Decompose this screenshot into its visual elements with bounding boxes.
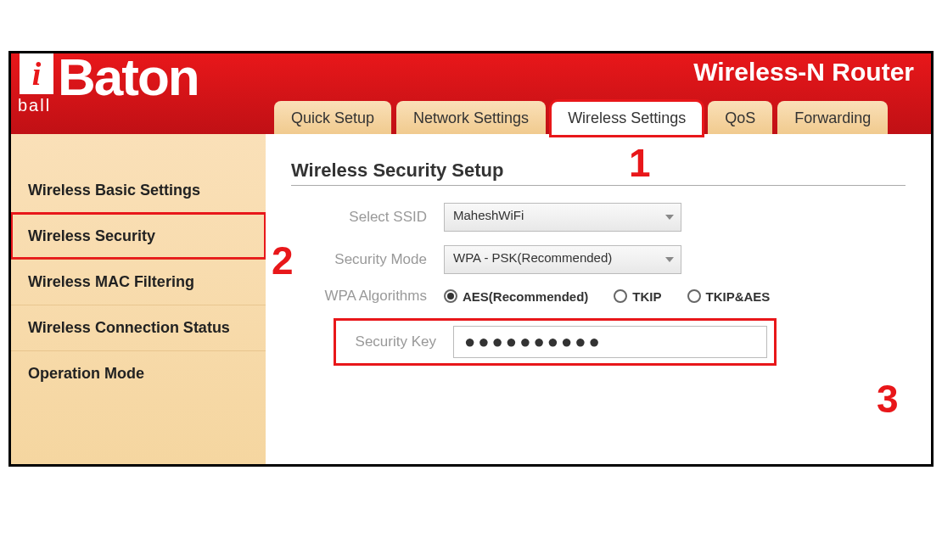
annotation-2: 2 [272, 238, 294, 283]
radio-circle-icon [687, 289, 701, 303]
annotation-3: 3 [877, 376, 899, 422]
logo-baton: Baton [58, 51, 199, 107]
dropdown-arrow-icon [665, 257, 674, 262]
logo: i ball Baton [11, 53, 53, 94]
logo-i: i [20, 53, 53, 94]
security-key-highlight: Security Key [334, 318, 777, 366]
annotation-1: 1 [629, 140, 651, 186]
sidebar-item-security[interactable]: Wireless Security [11, 213, 266, 259]
tab-qos[interactable]: QoS [708, 101, 772, 136]
dropdown-arrow-icon [665, 215, 674, 220]
tab-quick-setup[interactable]: Quick Setup [274, 101, 391, 136]
ssid-row: Select SSID MaheshWiFi [291, 203, 906, 232]
body-area: Wireless Basic Settings Wireless Securit… [11, 134, 931, 464]
radio-circle-icon [444, 289, 457, 303]
section-title: Wireless Security Setup [291, 160, 906, 186]
tab-wireless-settings[interactable]: Wireless Settings [551, 101, 703, 136]
radio-tkip-aes[interactable]: TKIP&AES [687, 289, 771, 304]
radio-tkip[interactable]: TKIP [614, 289, 661, 304]
security-mode-label: Security Mode [291, 251, 444, 268]
wpa-algo-row: WPA Algorithms AES(Recommended) TKIP TKI… [291, 288, 906, 305]
security-key-label: Security Key [343, 333, 453, 350]
sidebar-item-basic-settings[interactable]: Wireless Basic Settings [11, 168, 266, 213]
radio-tkip-aes-label: TKIP&AES [706, 289, 771, 304]
header: i ball Baton Wireless-N Router Quick Set… [11, 53, 931, 134]
router-admin-window: i ball Baton Wireless-N Router Quick Set… [8, 51, 934, 467]
radio-circle-icon [614, 289, 627, 303]
sidebar-item-connection-status[interactable]: Wireless Connection Status [11, 305, 266, 350]
wpa-algo-label: WPA Algorithms [291, 288, 444, 305]
main-panel: Wireless Security Setup Select SSID Mahe… [266, 134, 931, 464]
wpa-algo-radio-group: AES(Recommended) TKIP TKIP&AES [444, 289, 770, 304]
tab-network-settings[interactable]: Network Settings [396, 101, 546, 136]
security-mode-value: WPA - PSK(Recommended) [453, 250, 612, 265]
radio-aes-label: AES(Recommended) [463, 289, 588, 304]
sidebar: Wireless Basic Settings Wireless Securit… [11, 134, 266, 464]
security-mode-row: Security Mode WPA - PSK(Recommended) [291, 245, 906, 274]
security-key-row: Security Key [291, 318, 906, 366]
tab-forwarding[interactable]: Forwarding [777, 101, 888, 136]
radio-dot-icon [447, 293, 454, 300]
logo-ball: ball [18, 96, 51, 115]
security-key-input[interactable] [453, 326, 767, 358]
sidebar-item-operation-mode[interactable]: Operation Mode [11, 350, 266, 396]
security-mode-select[interactable]: WPA - PSK(Recommended) [444, 245, 681, 274]
radio-tkip-label: TKIP [632, 289, 661, 304]
ssid-label: Select SSID [291, 209, 444, 226]
ssid-value: MaheshWiFi [453, 208, 524, 222]
nav-tabs: Quick Setup Network Settings Wireless Se… [274, 101, 888, 136]
sidebar-item-mac-filtering[interactable]: Wireless MAC Filtering [11, 259, 266, 305]
ssid-select[interactable]: MaheshWiFi [444, 203, 681, 232]
radio-aes[interactable]: AES(Recommended) [444, 289, 588, 304]
product-name: Wireless-N Router [693, 58, 914, 87]
